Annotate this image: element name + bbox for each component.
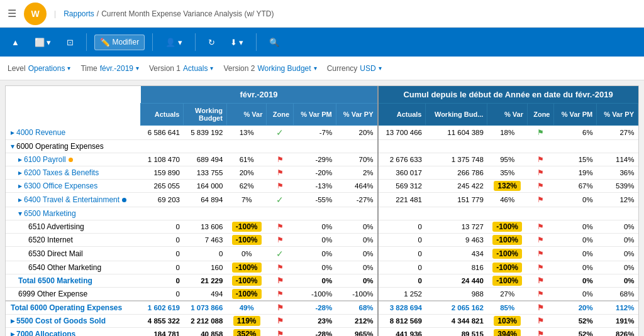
expand-icon[interactable]: ▸ — [11, 317, 14, 325]
workday-logo: W — [24, 3, 47, 25]
people-button[interactable]: 👤 ▾ — [160, 35, 187, 50]
data-cell: 0% — [597, 261, 638, 274]
version2-value[interactable]: Working Budget — [257, 64, 311, 73]
currency-value[interactable]: USD — [360, 64, 375, 73]
data-cell — [554, 140, 597, 153]
data-cell: 27% — [597, 126, 638, 140]
row-link[interactable]: 7000 Allocations — [16, 330, 75, 336]
data-cell: ⚑ — [527, 220, 554, 234]
refresh-button[interactable]: ↻ — [203, 35, 220, 50]
expand-icon[interactable]: ▸ — [18, 195, 22, 204]
expand-icon[interactable]: ▸ — [18, 182, 22, 190]
flag-red-icon: ⚑ — [277, 155, 284, 164]
row-link[interactable]: 6300 Office Expenses — [24, 182, 97, 190]
up-button[interactable]: ▲ — [6, 35, 25, 50]
data-cell: 1 602 619 — [141, 301, 184, 315]
reports-link[interactable]: Rapports — [64, 9, 94, 18]
data-cell — [378, 140, 426, 153]
row-name-cell: Total 6500 Marketing — [6, 274, 141, 288]
data-cell: ⚑ — [527, 180, 554, 193]
currency-dropdown-icon[interactable]: ▾ — [379, 65, 382, 72]
filter-bar: Level Operations ▾ Time févr.-2019 ▾ Ver… — [0, 57, 644, 80]
var-badge: -100% — [492, 263, 522, 273]
toolbar-divider-2 — [152, 33, 153, 51]
data-cell: 2 676 633 — [378, 153, 426, 166]
data-cell: 569 312 — [378, 180, 426, 193]
data-cell — [527, 207, 554, 220]
col-ytd-var-pm: % Var PM — [554, 104, 597, 126]
expand-icon[interactable]: ▾ — [11, 142, 14, 151]
data-cell: 212% — [336, 315, 377, 328]
row-label: 6540 Other Marketing — [28, 263, 101, 272]
data-cell: -100% — [487, 220, 528, 234]
level-value[interactable]: Operations — [28, 64, 65, 73]
var-badge: -100% — [492, 249, 522, 259]
row-label: 6520 Internet — [28, 236, 73, 244]
screenshot-button[interactable]: ⊡ — [62, 35, 79, 50]
data-cell: 0 — [378, 220, 426, 234]
version1-dropdown-icon[interactable]: ▾ — [210, 65, 213, 72]
section-link[interactable]: 6500 Marketing — [24, 209, 76, 218]
data-cell: ⚑ — [527, 166, 554, 180]
data-cell: 434 — [426, 247, 487, 261]
time-value[interactable]: févr.-2019 — [100, 64, 133, 73]
expand-icon[interactable]: ▸ — [11, 128, 14, 137]
data-cell: 7% — [226, 193, 267, 207]
toolbar: ▲ ⬜ ▾ ⊡ ✏️ Modifier 👤 ▾ ↻ ⬇ ▾ 🔍 — [0, 28, 644, 57]
data-cell: 826% — [597, 328, 638, 337]
row-link[interactable]: 6100 Payroll — [24, 155, 66, 164]
data-cell: ⚑ — [267, 315, 294, 328]
data-cell: 816 — [426, 261, 487, 274]
expand-icon[interactable]: ▸ — [18, 155, 22, 164]
data-cell — [226, 140, 267, 153]
data-cell: -13% — [294, 180, 336, 193]
data-cell: 24 440 — [426, 274, 487, 288]
data-cell: 0 — [141, 274, 184, 288]
data-cell: ⚑ — [267, 166, 294, 180]
data-cell: 52% — [554, 328, 597, 337]
data-cell: 103% — [487, 315, 528, 328]
subtotal-link[interactable]: Total 6500 Marketing — [18, 276, 92, 285]
hamburger-icon[interactable]: ☰ — [8, 8, 16, 19]
data-cell: 18% — [487, 126, 528, 140]
level-dropdown-icon[interactable]: ▾ — [67, 65, 70, 72]
data-cell: 20% — [226, 166, 267, 180]
data-cell: -7% — [294, 126, 336, 140]
expand-icon[interactable]: ▾ — [18, 209, 22, 218]
data-cell: ⚑ — [527, 261, 554, 274]
data-cell: 36% — [597, 166, 638, 180]
data-table-wrapper: févr.-2019 Cumul depuis le début de Anné… — [5, 85, 639, 336]
data-cell: 13 700 466 — [378, 126, 426, 140]
data-cell: 21 229 — [184, 274, 226, 288]
row-link[interactable]: 6200 Taxes & Benefits — [24, 168, 99, 177]
data-cell: 1 375 748 — [426, 153, 487, 166]
row-link[interactable]: 4000 Revenue — [16, 128, 65, 137]
data-cell: ✓ — [267, 247, 294, 261]
data-cell: 13 606 — [184, 220, 226, 234]
flag-red-icon: ⚑ — [537, 222, 544, 231]
version2-dropdown-icon[interactable]: ▾ — [314, 65, 317, 72]
download-button[interactable]: ⬇ ▾ — [225, 35, 249, 50]
row-link[interactable]: 6400 Travel & Entertainment — [24, 195, 119, 204]
modifier-button[interactable]: ✏️ Modifier — [94, 35, 145, 50]
row-name-cell: 6540 Other Marketing — [6, 261, 141, 274]
data-cell: 494 — [184, 288, 226, 301]
expand-icon[interactable]: ▸ — [18, 168, 22, 177]
expand-icon[interactable]: ▸ — [11, 330, 14, 336]
data-cell: -100% — [226, 220, 267, 234]
data-cell: 2 212 088 — [184, 315, 226, 328]
data-cell: 67% — [554, 180, 597, 193]
data-cell: 0% — [226, 247, 267, 261]
data-cell — [554, 207, 597, 220]
version2-label: Version 2 — [223, 64, 255, 73]
data-cell: 245 422 — [426, 180, 487, 193]
time-dropdown-icon[interactable]: ▾ — [136, 65, 139, 72]
data-cell: 0 — [378, 247, 426, 261]
flag-red-icon: ⚑ — [537, 182, 544, 190]
search-button[interactable]: 🔍 — [264, 35, 284, 50]
col-zone: Zone — [267, 104, 294, 126]
row-link[interactable]: 5500 Cost of Goods Sold — [16, 317, 106, 325]
version1-value[interactable]: Actuals — [183, 64, 208, 73]
save-button[interactable]: ⬜ ▾ — [30, 35, 57, 50]
data-cell — [597, 207, 638, 220]
